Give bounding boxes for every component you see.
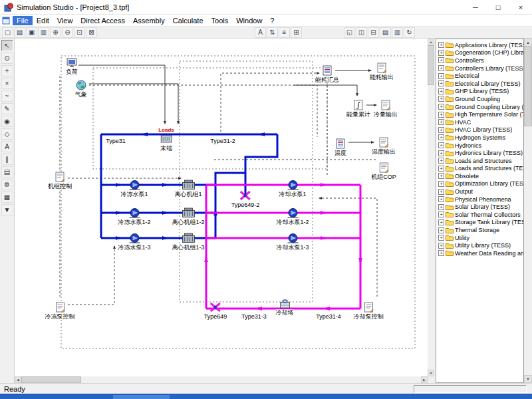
align-vertical-button[interactable]: ⇅ — [267, 27, 278, 38]
tree-item-thermal-storage[interactable]: +Thermal Storage — [436, 226, 523, 234]
node-chiller-3[interactable]: 离心机组1-3 — [172, 233, 204, 251]
tree-item-storage-tank-library-tess[interactable]: +Storage Tank Library (TESS) — [436, 219, 523, 227]
water-tool-button[interactable]: ◇ — [1, 128, 13, 140]
node-unit-control[interactable]: 机组控制 — [48, 172, 72, 190]
scroll-up-icon[interactable]: ▲ — [524, 39, 532, 47]
text-tool-button[interactable]: A — [1, 141, 13, 152]
tree-item-ground-coupling-library-tess[interactable]: +Ground Coupling Library (TESS) — [436, 103, 523, 111]
expand-icon[interactable]: + — [438, 50, 444, 56]
node-load[interactable]: 负荷 — [65, 57, 79, 75]
canvas-vertical-scrollbar[interactable]: ▲ ▼ — [428, 39, 434, 376]
menu-item-window[interactable]: Window — [232, 16, 266, 25]
zoom-out-button[interactable]: ⊖ — [62, 27, 73, 38]
toggle-library-button[interactable]: ▤ — [380, 27, 391, 38]
tree-item-hydronics[interactable]: +Hydronics — [436, 142, 523, 150]
font-button[interactable]: A — [255, 27, 266, 38]
expand-icon[interactable]: + — [438, 158, 444, 164]
tree-item-cogeneration-chp-library-tess[interactable]: +Cogeneration (CHP) Library (TESS) — [436, 49, 523, 57]
expand-icon[interactable]: + — [438, 73, 444, 79]
tree-item-hvac-library-tess[interactable]: +HVAC Library (TESS) — [436, 126, 523, 134]
scroll-thumb[interactable] — [21, 376, 81, 383]
node-chiller-1[interactable]: 离心机组1 — [174, 180, 201, 198]
menu-item-direct-access[interactable]: Direct Access — [76, 16, 129, 25]
expand-icon[interactable]: + — [438, 80, 444, 86]
tree-item-controllers[interactable]: +Controllers — [436, 57, 523, 65]
zoom-tool-button[interactable]: ⊙ — [1, 53, 13, 64]
node-cw-pump-3[interactable]: 冷却水泵1-3 — [276, 233, 309, 251]
node-chw-pump-3[interactable]: 冷冻水泵1-3 — [118, 233, 150, 251]
expand-icon[interactable]: + — [438, 211, 444, 217]
canvas-horizontal-scrollbar[interactable]: ◀ ▶ — [15, 376, 428, 383]
child-window-icon[interactable] — [2, 17, 10, 25]
node-unit-cop[interactable]: 机组COP — [371, 162, 396, 180]
expand-icon[interactable]: + — [438, 166, 444, 172]
tree-item-applications-library-tess[interactable]: +Applications Library (TESS) — [436, 41, 523, 49]
scroll-track[interactable] — [428, 45, 434, 370]
node-temperature-output[interactable]: 温度输出 — [372, 137, 396, 155]
refresh-button[interactable]: ↻ — [404, 27, 415, 38]
menu-item-help[interactable]: ? — [266, 16, 278, 25]
expand-icon[interactable]: + — [438, 250, 444, 256]
tree-item-solar-library-tess[interactable]: +Solar Library (TESS) — [436, 203, 523, 211]
tree-item-optimization-library-tess[interactable]: +Optimization Library (TESS) — [436, 180, 523, 188]
toggle-output-button[interactable]: ▥ — [392, 27, 403, 38]
menu-item-view[interactable]: View — [53, 16, 77, 25]
node-energy-output[interactable]: 能耗输出 — [370, 63, 394, 80]
library-scrollbar[interactable]: ▲ ▼ — [524, 39, 532, 383]
pan-tool-button[interactable]: + — [1, 65, 13, 76]
minimize-button[interactable]: ─ — [464, 0, 487, 15]
expand-icon[interactable]: + — [438, 196, 444, 202]
scroll-down-button[interactable]: ▼ — [1, 204, 13, 215]
link-tool-button[interactable]: ~ — [1, 90, 13, 102]
probe-tool-button[interactable]: ◉ — [1, 116, 13, 127]
tree-item-hydronics-library-tess[interactable]: +Hydronics Library (TESS) — [436, 149, 523, 157]
new-project-button[interactable]: ▢ — [2, 27, 13, 38]
expand-icon[interactable]: + — [438, 127, 444, 133]
node-cooling-tower[interactable]: 冷却塔 — [276, 298, 294, 316]
menu-item-calculate[interactable]: Calculate — [169, 16, 207, 25]
diagram-layer[interactable]: ∫ — [15, 39, 428, 376]
tree-item-physical-phenomena[interactable]: +Physical Phenomena — [436, 196, 523, 203]
expand-icon[interactable]: + — [438, 150, 444, 156]
scroll-down-icon[interactable]: ▼ — [524, 375, 532, 383]
snap-grid-button[interactable]: ⊞ — [291, 27, 302, 38]
node-terminal[interactable]: Loads末端 — [158, 127, 174, 152]
open-project-button[interactable]: ▤ — [14, 27, 25, 38]
expand-icon[interactable]: + — [438, 112, 444, 118]
layers-tool-button[interactable]: ▤ — [1, 166, 13, 178]
tree-item-loads-and-structures[interactable]: +Loads and Structures — [436, 157, 523, 165]
taskbar-app-button[interactable] — [113, 395, 170, 399]
expand-icon[interactable]: + — [438, 235, 444, 241]
scroll-thumb[interactable] — [524, 47, 532, 126]
select-tool-button[interactable]: ↖ — [1, 40, 13, 51]
maximize-button[interactable]: □ — [487, 0, 509, 15]
tile-vertical-button[interactable]: ⊟ — [368, 27, 379, 38]
settings-tool-button[interactable]: ⚙ — [1, 179, 13, 190]
print-button[interactable]: ▥ — [38, 27, 49, 38]
node-type31-3[interactable]: Type31-3 — [241, 313, 267, 320]
close-button[interactable]: × — [509, 0, 532, 15]
tree-item-utility[interactable]: +Utility — [436, 234, 523, 242]
node-energy-integrator[interactable]: 能量累计 — [346, 100, 370, 118]
tree-item-high-temperature-solar-tess[interactable]: +High Temperature Solar (TESS) — [436, 110, 523, 118]
scroll-track[interactable] — [524, 47, 532, 375]
node-type649[interactable]: Type649 — [204, 302, 227, 320]
node-chiller-2[interactable]: 离心机组1-2 — [172, 207, 204, 225]
expand-icon[interactable]: + — [438, 134, 444, 140]
tile-horizontal-button[interactable]: ◫ — [356, 27, 367, 38]
menu-item-file[interactable]: File — [13, 16, 33, 25]
scroll-thumb[interactable] — [428, 45, 434, 85]
node-type31[interactable]: Type31 — [106, 137, 126, 144]
windows-taskbar[interactable] — [0, 394, 532, 399]
save-project-button[interactable]: ▣ — [26, 27, 37, 38]
menu-item-tools[interactable]: Tools — [207, 16, 233, 25]
pen-tool-button[interactable]: ✎ — [1, 103, 13, 114]
grid-tool-button[interactable]: ▦ — [1, 192, 13, 203]
node-cooling-output[interactable]: 冷量输出 — [374, 100, 398, 118]
scroll-down-icon[interactable]: ▼ — [428, 370, 434, 376]
expand-icon[interactable]: + — [438, 119, 444, 125]
tree-item-utility-library-tess[interactable]: +Utility Library (TESS) — [436, 241, 523, 249]
tree-item-loads-and-structures-tess[interactable]: +Loads and Structures (TESS) — [436, 165, 523, 173]
clip-tool-button[interactable]: ∥ — [1, 154, 13, 165]
expand-icon[interactable]: + — [438, 57, 444, 63]
